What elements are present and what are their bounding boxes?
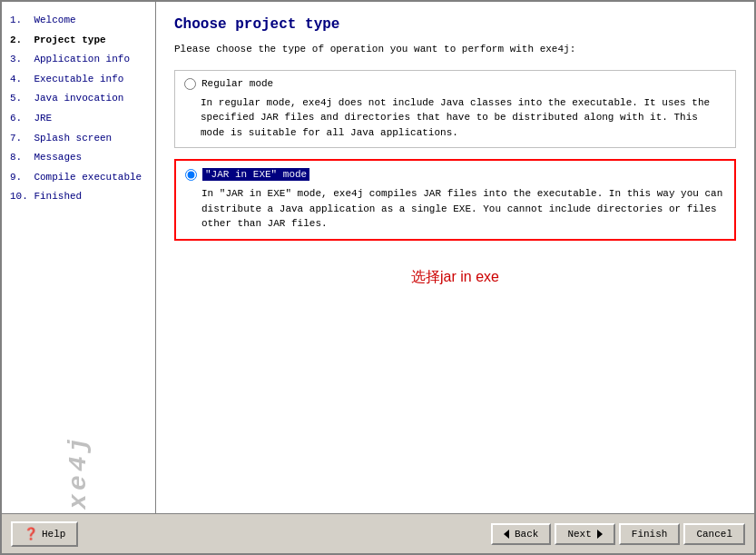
sidebar-item-compile-executable[interactable]: 9. Compile executable [6, 168, 151, 188]
regular-mode-text: Regular mode [201, 78, 273, 89]
next-button[interactable]: Next [555, 523, 614, 545]
panel-description: Please choose the type of operation you … [174, 42, 736, 57]
jar-in-exe-desc: In "JAR in EXE" mode, exe4j compiles JAR… [201, 186, 725, 232]
sidebar-item-welcome[interactable]: 1. Welcome [6, 11, 151, 31]
main-panel: Choose project type Please choose the ty… [156, 2, 754, 513]
back-label: Back [515, 529, 538, 540]
footer: ❓ Help Back Next Finish Cancel [2, 513, 754, 553]
main-window: 1. Welcome 2. Project type 3. Applicatio… [0, 0, 756, 555]
regular-mode-radio[interactable] [184, 78, 196, 90]
sidebar-item-jre[interactable]: 6. JRE [6, 109, 151, 129]
sidebar-item-finished[interactable]: 10. Finished [6, 187, 151, 207]
sidebar-watermark: exe4j [64, 404, 93, 513]
next-icon [597, 530, 603, 539]
sidebar-item-java-invocation[interactable]: 5. Java invocation [6, 89, 151, 109]
regular-mode-box: Regular mode In regular mode, exe4j does… [174, 70, 736, 149]
cancel-button[interactable]: Cancel [683, 523, 745, 545]
help-label: Help [42, 529, 65, 540]
jar-in-exe-box: "JAR in EXE" mode In "JAR in EXE" mode, … [174, 159, 736, 241]
sidebar-item-application-info[interactable]: 3. Application info [6, 50, 151, 70]
regular-mode-desc: In regular mode, exe4j does not include … [201, 95, 726, 141]
finish-label: Finish [632, 529, 668, 540]
footer-left: ❓ Help [11, 521, 487, 547]
cancel-label: Cancel [696, 529, 732, 540]
sidebar-item-executable-info[interactable]: 4. Executable info [6, 70, 151, 90]
jar-in-exe-text: "JAR in EXE" mode [202, 168, 309, 181]
jar-in-exe-label[interactable]: "JAR in EXE" mode [185, 168, 725, 181]
option-group: Regular mode In regular mode, exe4j does… [174, 70, 736, 241]
content-area: 1. Welcome 2. Project type 3. Applicatio… [2, 2, 754, 513]
help-button[interactable]: ❓ Help [11, 521, 78, 547]
back-icon [504, 530, 509, 539]
finish-button[interactable]: Finish [619, 523, 681, 545]
panel-title: Choose project type [174, 16, 736, 33]
help-icon: ❓ [24, 527, 38, 541]
footer-right: Back Next Finish Cancel [491, 523, 745, 545]
sidebar: 1. Welcome 2. Project type 3. Applicatio… [2, 2, 156, 513]
sidebar-item-messages[interactable]: 8. Messages [6, 148, 151, 168]
sidebar-item-project-type[interactable]: 2. Project type [6, 31, 151, 51]
back-button[interactable]: Back [491, 523, 551, 545]
jar-in-exe-radio[interactable] [185, 169, 197, 181]
regular-mode-label[interactable]: Regular mode [184, 78, 726, 90]
chinese-note: 选择jar in exe [174, 268, 736, 287]
sidebar-item-splash-screen[interactable]: 7. Splash screen [6, 129, 151, 149]
next-label: Next [567, 529, 591, 540]
